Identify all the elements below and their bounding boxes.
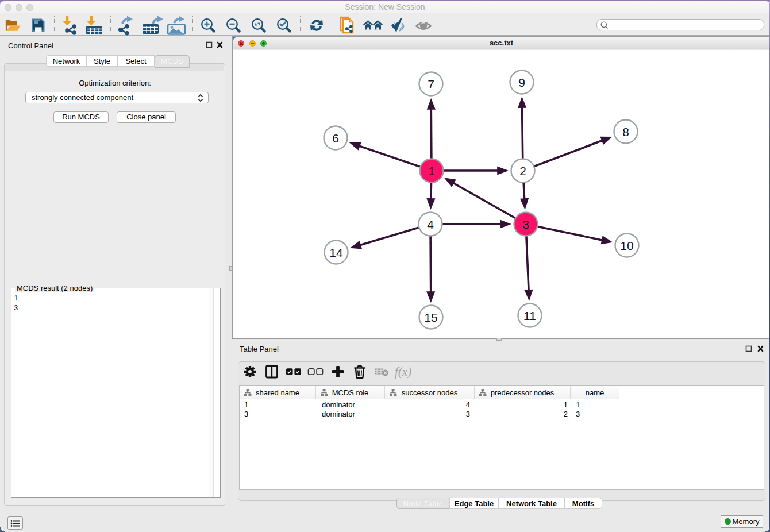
svg-text:4: 4 bbox=[427, 218, 434, 231]
svg-text:3: 3 bbox=[522, 218, 529, 231]
svg-text:11: 11 bbox=[523, 309, 536, 322]
svg-text:7: 7 bbox=[428, 78, 434, 91]
svg-text:2: 2 bbox=[519, 164, 526, 178]
svg-text:15: 15 bbox=[424, 311, 437, 324]
svg-text:1: 1 bbox=[428, 164, 435, 178]
svg-text:9: 9 bbox=[518, 76, 525, 89]
svg-text:f(x): f(x) bbox=[395, 365, 411, 379]
svg-text:10: 10 bbox=[620, 239, 633, 252]
svg-text:14: 14 bbox=[329, 246, 343, 259]
svg-text:8: 8 bbox=[622, 125, 629, 138]
svg-text:6: 6 bbox=[332, 132, 339, 145]
